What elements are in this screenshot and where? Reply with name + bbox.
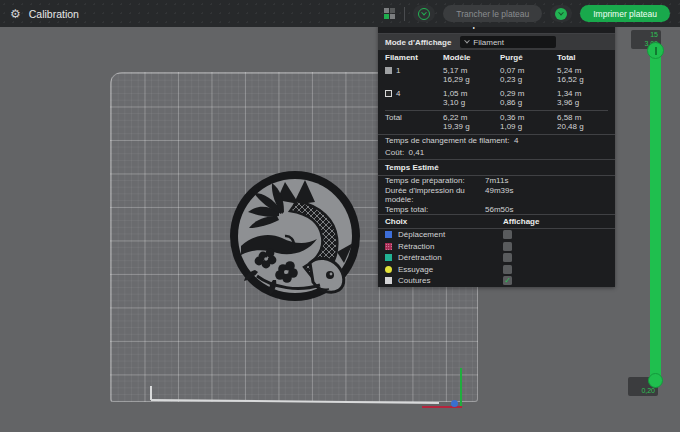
filament-id: 4: [396, 89, 400, 98]
koi-medallion-model[interactable]: [227, 168, 363, 304]
retraction-color-icon: [385, 243, 392, 250]
print-dropdown-button[interactable]: [550, 5, 572, 22]
gear-icon[interactable]: ⚙: [10, 8, 21, 20]
table-row[interactable]: 4 1,05 m3,10 g 0,29 m0,86 g 1,34 m3,96 g: [385, 87, 608, 110]
purge-line-vertical: [150, 386, 152, 400]
top-layer-number: 15: [631, 31, 658, 40]
layer-slider-handle-bottom[interactable]: [648, 373, 663, 388]
print-plate-button[interactable]: Imprimer plateau: [580, 5, 670, 22]
options-col-display: Affichage: [503, 216, 608, 227]
plates-icon[interactable]: [384, 8, 396, 20]
total-label: Total: [385, 113, 443, 122]
slice-dropdown-button[interactable]: [413, 5, 435, 22]
chevron-down-icon: [555, 8, 567, 20]
display-mode-select[interactable]: Filament: [460, 36, 556, 48]
total-time-value: 56m50s: [485, 205, 608, 215]
deretraction-color-icon: [385, 254, 392, 261]
filament-swatch: [385, 67, 392, 74]
origin-marker: [451, 400, 458, 407]
prep-time-value: 7m11s: [485, 176, 608, 186]
filament-swatch: [385, 90, 392, 97]
time-row: Temps total: 56m50s: [378, 205, 615, 215]
col-purged: Purgé: [500, 53, 557, 62]
slicing-result-panel: Résultat de la découpe Mode d'Affichage …: [378, 14, 615, 287]
plates-icon-tile: [390, 14, 395, 19]
time-row: Durée d'impression du modèle: 49m39s: [378, 186, 615, 205]
col-total: Total: [557, 53, 608, 62]
wipe-color-icon: [385, 266, 392, 273]
layer-slider-handle-top[interactable]: [647, 42, 664, 59]
plates-icon-tile: [384, 14, 389, 19]
filament-change-stat: Temps de changement de filament: 4: [378, 135, 615, 147]
seams-color-icon: [385, 277, 392, 284]
option-row-travel: Déplacement ✓: [378, 229, 615, 241]
display-mode-value: Filament: [473, 38, 504, 47]
col-filament: Filament: [385, 53, 443, 62]
time-row: Temps de préparation: 7m11s: [378, 176, 615, 186]
travel-color-icon: [385, 231, 392, 238]
option-row-deretraction: Dérétraction ✓: [378, 252, 615, 264]
retraction-checkbox[interactable]: ✓: [503, 242, 512, 251]
display-mode-label: Mode d'Affichage: [385, 38, 451, 47]
table-row[interactable]: 1 5,17 m16,29 g 0,07 m0,23 g 5,24 m16,52…: [385, 64, 608, 87]
filament-table: Filament Modèle Purgé Total 1 5,17 m16,2…: [378, 50, 615, 134]
options-col-choice: Choix: [385, 216, 503, 227]
plates-icon-tile: [390, 8, 395, 13]
wipe-checkbox[interactable]: ✓: [503, 265, 512, 274]
options-header: Choix Affichage: [378, 215, 615, 228]
z-axis-marker: [460, 368, 462, 408]
chevron-down-icon: [465, 38, 471, 44]
table-header-row: Filament Modèle Purgé Total: [385, 50, 608, 64]
filament-id: 1: [396, 66, 400, 75]
slice-plate-button[interactable]: Trancher le plateau: [443, 5, 542, 22]
seams-checkbox[interactable]: ✓: [503, 276, 512, 285]
layer-slider-range[interactable]: [650, 49, 661, 383]
display-mode-row: Mode d'Affichage Filament: [378, 34, 615, 50]
chevron-down-icon: [418, 8, 430, 20]
application-window: ⚙ Calibration Trancher le plateau Imprim…: [0, 0, 680, 432]
cost-stat: Coût: 0,41: [378, 147, 615, 159]
model-time-value: 49m39s: [485, 186, 608, 205]
table-total-row: Total 6,22 m19,39 g 0,36 m1,09 g 6,58 m2…: [385, 111, 608, 134]
plates-icon-tile: [384, 8, 389, 13]
time-section-title: Temps Estimé: [378, 160, 615, 175]
option-row-retraction: Rétraction ✓: [378, 241, 615, 253]
travel-checkbox[interactable]: ✓: [503, 230, 512, 239]
deretraction-checkbox[interactable]: ✓: [503, 253, 512, 262]
bottom-layer-height: 0,20: [628, 387, 655, 396]
toolbar-divider: [404, 7, 405, 21]
col-model: Modèle: [443, 53, 500, 62]
cost-value: 0,41: [409, 148, 425, 157]
top-bar: ⚙ Calibration Trancher le plateau Imprim…: [0, 0, 680, 27]
page-title: Calibration: [29, 8, 79, 20]
toolbar-right: Trancher le plateau Imprimer plateau: [384, 5, 670, 22]
option-row-seams: Coutures ✓: [378, 275, 615, 287]
option-row-wipe: Essuyage ✓: [378, 264, 615, 276]
filament-change-value: 4: [514, 136, 518, 145]
